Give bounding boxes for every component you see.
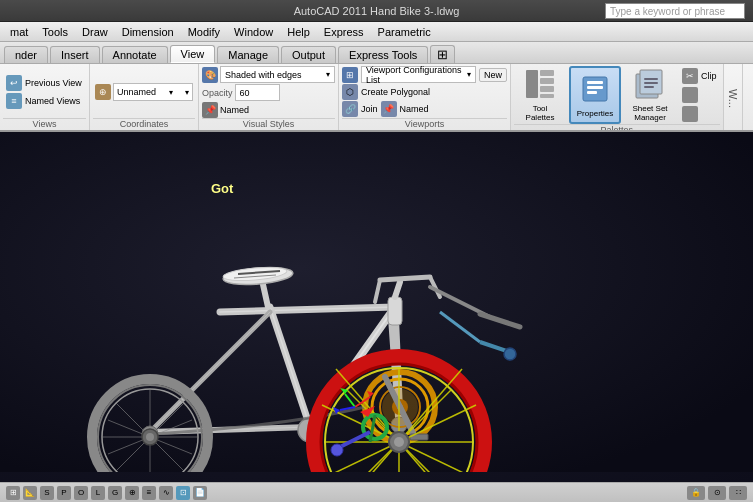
properties-label: Properties <box>577 109 613 119</box>
bike-viewport[interactable]: [-] [3D Wireframe] FRONT Unnamed <box>0 132 753 482</box>
previous-view-label: Previous View <box>25 78 82 88</box>
menu-express[interactable]: Express <box>318 25 370 39</box>
bike-3d-svg <box>0 132 753 472</box>
tab-nder[interactable]: nder <box>4 46 48 63</box>
clip-icon: ✂ <box>682 68 698 84</box>
tab-express-tools[interactable]: Express Tools <box>338 46 428 63</box>
menu-mat[interactable]: mat <box>4 25 34 39</box>
menu-draw[interactable]: Draw <box>76 25 114 39</box>
sheet-set-manager-btn[interactable]: Sheet SetManager <box>624 66 676 124</box>
status-bar: ⊞ 📐 S P O L G ⊕ ≡ ∿ ⊡ 📄 🔒 ⊙ ∷ <box>0 482 753 502</box>
status-icon-5[interactable]: O <box>74 486 88 500</box>
viewports-group-label: Viewports <box>342 118 507 130</box>
svg-rect-1 <box>540 70 554 76</box>
search-box[interactable]: Type a keyword or phrase <box>605 3 745 19</box>
ribbon-overflow[interactable]: W... <box>724 64 743 130</box>
svg-rect-8 <box>587 91 597 94</box>
ribbon-group-viewports: ⊞ Viewport Configurations List ▾ New ⬡ C… <box>339 64 511 130</box>
status-icon-11[interactable]: ⊡ <box>176 486 190 500</box>
named-style-label[interactable]: Named <box>220 105 249 115</box>
svg-rect-11 <box>644 78 658 80</box>
status-icon-7[interactable]: G <box>108 486 122 500</box>
tab-annotate[interactable]: Annotate <box>102 46 168 63</box>
coordinates-value: Unnamed <box>117 87 156 97</box>
svg-rect-2 <box>540 78 554 84</box>
status-icon-4[interactable]: P <box>57 486 71 500</box>
svg-rect-6 <box>587 81 603 84</box>
menu-dimension[interactable]: Dimension <box>116 25 180 39</box>
opacity-label: Opacity <box>202 88 233 98</box>
svg-rect-12 <box>644 82 658 84</box>
named-views-btn[interactable]: ≡ Named Views <box>3 93 85 110</box>
overflow-indicator: W... <box>727 89 739 108</box>
svg-point-97 <box>146 433 154 441</box>
svg-rect-0 <box>526 70 538 98</box>
palettes-group-label: Palettes <box>514 124 720 132</box>
svg-line-46 <box>380 277 430 280</box>
tool-palettes-wrap: ToolPalettes <box>514 66 566 124</box>
tab-extra[interactable]: ⊞ <box>430 45 455 63</box>
viewport-config-arrow: ▾ <box>467 70 471 79</box>
named-views-label: Named Views <box>25 96 80 106</box>
previous-view-btn[interactable]: ↩ Previous View <box>3 75 85 92</box>
viewport-row2: ⬡ Create Polygonal <box>342 84 430 100</box>
new-viewport-btn[interactable]: New <box>479 68 507 82</box>
clip-label: Clip <box>701 71 717 81</box>
extra-btn2[interactable] <box>679 106 720 123</box>
title-bar: AutoCAD 2011 Hand Bike 3-.ldwg Type a ke… <box>0 0 753 22</box>
tab-view[interactable]: View <box>170 45 216 63</box>
tool-palettes-btn[interactable]: ToolPalettes <box>514 66 566 124</box>
tab-output[interactable]: Output <box>281 46 336 63</box>
coordinates-dropdown[interactable]: Unnamed ▾ <box>113 83 193 101</box>
ribbon-group-views: ↩ Previous View ≡ Named Views Views <box>0 64 90 130</box>
menu-tools[interactable]: Tools <box>36 25 74 39</box>
viewport-config-dropdown[interactable]: Viewport Configurations List ▾ <box>361 66 476 83</box>
visual-style-arrow: ▾ <box>326 70 330 79</box>
properties-icon <box>577 71 613 107</box>
ribbon: ↩ Previous View ≡ Named Views Views <box>0 64 753 132</box>
coordinates-arrow: ▾ <box>169 88 173 97</box>
tab-manage[interactable]: Manage <box>217 46 279 63</box>
properties-wrap: Properties <box>569 66 621 124</box>
status-icon-1[interactable]: ⊞ <box>6 486 20 500</box>
named-viewport-label[interactable]: Named <box>400 104 429 114</box>
status-icon-10[interactable]: ∿ <box>159 486 173 500</box>
clip-btn[interactable]: ✂ Clip <box>679 68 720 85</box>
menu-parametric[interactable]: Parametric <box>372 25 437 39</box>
status-icon-12[interactable]: 📄 <box>193 486 207 500</box>
search-placeholder: Type a keyword or phrase <box>610 6 725 17</box>
join-label[interactable]: Join <box>361 104 378 114</box>
status-icon-8[interactable]: ⊕ <box>125 486 139 500</box>
status-right: 🔒 ⊙ ∷ <box>687 486 747 500</box>
status-icon-r2[interactable]: ⊙ <box>708 486 726 500</box>
create-polygonal-label[interactable]: Create Polygonal <box>361 87 430 97</box>
status-icon-r1[interactable]: 🔒 <box>687 486 705 500</box>
extra-btn1[interactable] <box>679 87 720 104</box>
ribbon-group-palettes: ToolPalettes <box>511 64 724 130</box>
menu-modify[interactable]: Modify <box>182 25 226 39</box>
status-icon-2[interactable]: 📐 <box>23 486 37 500</box>
opacity-input[interactable]: 60 <box>235 84 280 101</box>
viewport-config-value: Viewport Configurations List <box>366 65 467 85</box>
svg-point-80 <box>394 437 404 447</box>
coordinates-group-label: Coordinates <box>93 118 195 130</box>
tab-insert[interactable]: Insert <box>50 46 100 63</box>
status-icon-3[interactable]: S <box>40 486 54 500</box>
visual-style-dropdown[interactable]: Shaded with edges ▾ <box>220 66 335 83</box>
visual-style-row2: Opacity 60 <box>202 84 280 101</box>
menu-window[interactable]: Window <box>228 25 279 39</box>
app-title: AutoCAD 2011 Hand Bike 3-.ldwg <box>294 5 460 17</box>
tool-palettes-icon <box>522 67 558 102</box>
status-icon-9[interactable]: ≡ <box>142 486 156 500</box>
coordinates-icon: ⊕ <box>95 84 111 100</box>
coordinates-buttons: ⊕ Unnamed ▾ <box>93 82 195 102</box>
extra-icon2 <box>682 106 698 122</box>
ribbon-group-coordinates: ⊕ Unnamed ▾ Coordinates <box>90 64 199 130</box>
menu-help[interactable]: Help <box>281 25 316 39</box>
sheet-set-manager-wrap: Sheet SetManager <box>624 66 676 124</box>
status-icon-r3[interactable]: ∷ <box>729 486 747 500</box>
svg-rect-7 <box>587 86 603 89</box>
named-viewport-icon: 📌 <box>381 101 397 117</box>
status-icon-6[interactable]: L <box>91 486 105 500</box>
properties-btn[interactable]: Properties <box>569 66 621 124</box>
